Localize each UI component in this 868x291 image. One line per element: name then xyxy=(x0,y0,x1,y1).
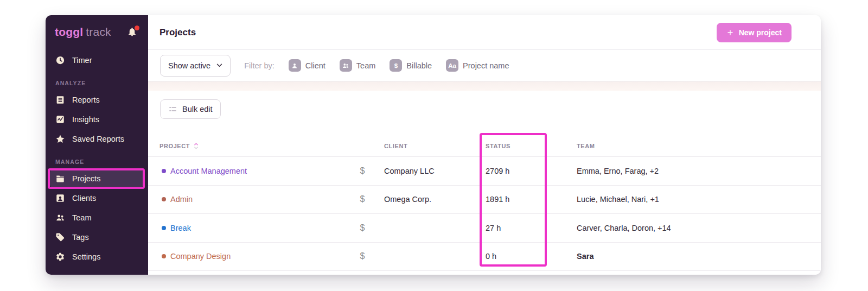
sort-arrows-icon xyxy=(194,142,199,150)
billable-indicator: $ xyxy=(352,194,373,204)
show-active-label: Show active xyxy=(168,61,210,70)
tag-icon xyxy=(55,232,65,242)
show-active-dropdown[interactable]: Show active xyxy=(160,55,231,77)
clients-icon xyxy=(55,193,65,203)
sidebar-item-label: Timer xyxy=(72,56,92,65)
filter-billable-label: Billable xyxy=(406,61,432,70)
filter-by-label: Filter by: xyxy=(244,61,275,70)
sidebar-item-clients[interactable]: Clients xyxy=(50,188,143,208)
table-row[interactable]: Break $ 27 h Carver, Charla, Doron, +14 xyxy=(148,214,821,243)
team-cell: Lucie, Michael, Nari, +1 xyxy=(577,195,821,204)
team-icon xyxy=(55,213,65,223)
sidebar-header: toggltrack xyxy=(46,15,148,49)
team-cell: Sara xyxy=(577,252,821,261)
filter-client[interactable]: Client xyxy=(289,59,326,72)
team-avatar-icon xyxy=(340,59,352,72)
filter-team[interactable]: Team xyxy=(340,59,375,72)
sidebar-item-reports[interactable]: Reports xyxy=(50,90,143,110)
project-color-dot xyxy=(162,197,166,201)
project-name-icon: Aa xyxy=(446,59,458,72)
sidebar-item-label: Clients xyxy=(72,194,96,203)
chevron-down-icon xyxy=(216,64,222,67)
sidebar-item-projects[interactable]: Projects xyxy=(50,169,143,188)
toggl-track-logo[interactable]: toggltrack xyxy=(55,26,111,39)
notice-banner xyxy=(148,81,821,91)
plus-icon xyxy=(726,29,734,36)
column-header-status: STATUS xyxy=(486,143,577,149)
sidebar-item-team[interactable]: Team xyxy=(50,208,143,227)
project-name-link[interactable]: Break xyxy=(170,224,191,232)
notifications-bell-icon[interactable] xyxy=(127,27,138,37)
sidebar-item-tags[interactable]: Tags xyxy=(50,227,143,247)
main-content: Projects New project Show active Filter … xyxy=(148,15,821,275)
bulk-edit-label: Bulk edit xyxy=(182,105,213,113)
filter-team-label: Team xyxy=(356,61,375,70)
project-color-dot xyxy=(162,254,166,258)
table-header-row: PROJECT CLIENT STATUS TEAM xyxy=(148,135,821,157)
reports-icon xyxy=(55,95,65,105)
project-name-link[interactable]: Company Design xyxy=(170,252,231,261)
billable-icon: $ xyxy=(390,59,402,72)
team-cell: Emma, Erno, Farag, +2 xyxy=(577,167,821,175)
billable-indicator: $ xyxy=(352,251,373,261)
status-cell: 2709 h xyxy=(486,167,577,175)
column-header-team: TEAM xyxy=(577,143,821,149)
sidebar-section-manage: MANAGE xyxy=(46,156,148,167)
project-color-dot xyxy=(162,226,166,230)
column-header-project[interactable]: PROJECT xyxy=(148,142,352,150)
bulk-edit-button[interactable]: Bulk edit xyxy=(160,99,221,119)
billable-indicator: $ xyxy=(352,166,373,176)
table-row[interactable]: Account Management $ Company LLC 2709 h … xyxy=(148,157,821,186)
new-project-button[interactable]: New project xyxy=(717,23,792,42)
sidebar: toggltrack Timer ANALYZE Reports xyxy=(46,15,148,275)
project-name-link[interactable]: Admin xyxy=(170,195,193,204)
sidebar-item-timer[interactable]: Timer xyxy=(50,50,143,70)
notification-badge xyxy=(135,26,139,30)
sidebar-section-analyze: ANALYZE xyxy=(46,78,148,88)
sidebar-item-label: Reports xyxy=(72,96,100,104)
bulk-edit-list-icon xyxy=(168,105,177,114)
sidebar-item-settings[interactable]: Settings xyxy=(50,247,143,267)
project-name-link[interactable]: Account Management xyxy=(170,167,247,175)
page-header: Projects New project xyxy=(148,15,821,50)
sidebar-item-label: Insights xyxy=(72,115,99,124)
projects-table: PROJECT CLIENT STATUS TEAM Account Ma xyxy=(148,135,821,275)
table-row[interactable]: Admin $ Omega Corp. 1891 h Lucie, Michae… xyxy=(148,186,821,214)
new-project-label: New project xyxy=(739,28,782,37)
toolbar: Bulk edit xyxy=(148,91,821,135)
page-title: Projects xyxy=(159,27,196,38)
clock-icon xyxy=(55,55,65,65)
table-row[interactable]: Company Design $ 0 h Sara xyxy=(148,243,821,271)
sidebar-item-insights[interactable]: Insights xyxy=(50,110,143,129)
billable-indicator: $ xyxy=(352,223,373,233)
sidebar-item-label: Projects xyxy=(72,174,100,183)
sidebar-item-label: Tags xyxy=(72,233,89,242)
sidebar-item-saved-reports[interactable]: Saved Reports xyxy=(50,129,143,149)
filter-client-label: Client xyxy=(305,61,326,70)
filter-project-name-label: Project name xyxy=(463,61,509,70)
filter-billable[interactable]: $ Billable xyxy=(390,59,432,72)
status-cell: 1891 h xyxy=(486,195,577,204)
star-icon xyxy=(55,134,65,144)
sidebar-item-label: Team xyxy=(72,213,91,222)
team-cell: Carver, Charla, Doron, +14 xyxy=(577,224,821,232)
logo-toggl: toggl xyxy=(55,26,83,38)
folder-icon xyxy=(55,174,65,184)
screenshot-canvas: toggltrack Timer ANALYZE Reports xyxy=(0,0,868,291)
filter-project-name[interactable]: Aa Project name xyxy=(446,59,509,72)
gear-icon xyxy=(55,252,65,262)
client-cell: Company LLC xyxy=(373,167,486,175)
client-avatar-icon xyxy=(289,59,301,72)
sidebar-item-label: Saved Reports xyxy=(72,135,124,143)
project-color-dot xyxy=(162,169,166,173)
sidebar-item-label: Settings xyxy=(72,252,100,261)
client-cell: Omega Corp. xyxy=(373,195,486,204)
logo-track: track xyxy=(86,26,111,38)
column-header-client: CLIENT xyxy=(373,143,486,149)
app-window: toggltrack Timer ANALYZE Reports xyxy=(46,15,821,275)
status-cell: 27 h xyxy=(486,224,577,232)
insights-icon xyxy=(55,115,65,124)
status-cell: 0 h xyxy=(486,252,577,261)
filter-bar: Show active Filter by: Client Team xyxy=(148,50,821,81)
